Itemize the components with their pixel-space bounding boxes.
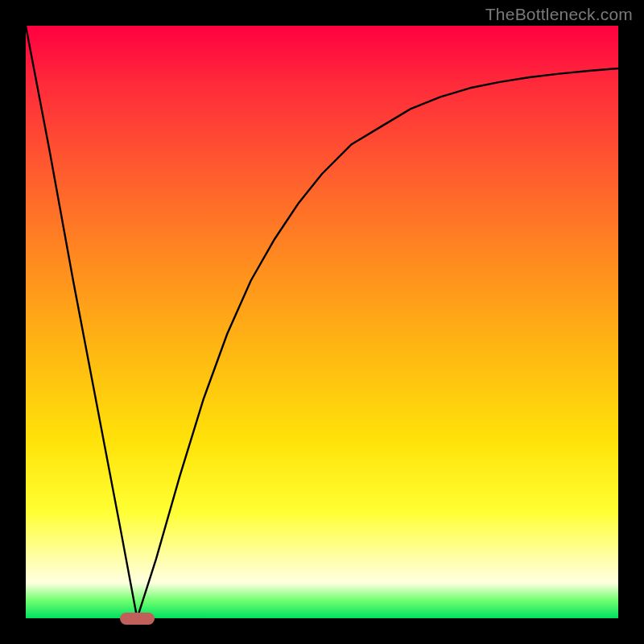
watermark-text: TheBottleneck.com	[485, 5, 633, 24]
plot-area	[26, 26, 618, 618]
bottleneck-curve	[26, 26, 618, 618]
optimum-marker	[120, 613, 155, 625]
curve-svg	[26, 26, 618, 618]
chart-frame: TheBottleneck.com	[0, 0, 644, 644]
